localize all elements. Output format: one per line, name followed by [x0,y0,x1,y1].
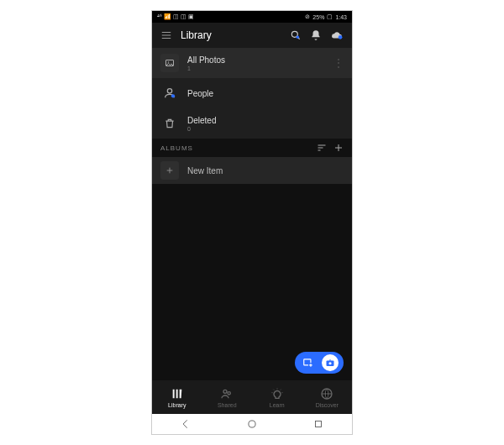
notifications-icon[interactable] [310,29,322,41]
row-label: Deleted [187,116,344,125]
photos-icon [160,54,179,72]
nav-label: Shared [218,402,237,408]
home-icon[interactable] [246,418,258,430]
svg-point-12 [228,391,230,394]
tab-discover[interactable]: Discover [302,387,353,408]
row-count: 0 [187,126,344,132]
row-count: 1 [187,65,325,71]
row-all-photos[interactable]: All Photos 1 ⋮ [152,48,352,78]
sort-icon[interactable] [317,143,327,153]
back-icon[interactable] [180,418,192,430]
svg-rect-15 [316,421,322,427]
album-label: New Item [187,166,223,175]
status-bar: ⁴⁶ 📶 ◫ ◫ ▣ ⊘ 25% ▢ 1:43 [152,11,352,23]
nav-label: Library [168,402,186,408]
page-title: Library [181,29,281,41]
nav-label: Discover [316,402,339,408]
svg-point-4 [168,61,170,63]
status-battery: 25% [312,14,324,20]
svg-point-1 [297,36,300,39]
phone-frame: ⁴⁶ 📶 ◫ ◫ ▣ ⊘ 25% ▢ 1:43 Library All Phot [151,10,353,435]
plus-icon [160,161,179,180]
search-icon[interactable] [290,29,302,41]
svg-point-14 [249,421,255,427]
add-album-icon[interactable] [333,143,344,153]
system-nav [152,414,352,434]
svg-point-10 [328,362,331,364]
bottom-nav: Library Shared Learn Discover [152,380,352,414]
cloud-icon[interactable] [330,29,344,41]
nav-label: Learn [270,402,285,408]
row-people[interactable]: People [152,78,352,108]
battery-icon: ▢ [327,13,333,20]
svg-point-11 [223,390,227,393]
add-photo-icon[interactable] [300,354,317,371]
status-dnd-icon: ⊘ [305,13,310,20]
trash-icon [160,114,179,133]
people-icon [160,84,179,102]
section-label: ALBUMS [160,144,310,152]
svg-point-2 [339,35,343,39]
content-area [152,184,352,380]
camera-icon[interactable] [322,354,339,371]
fab[interactable] [295,352,344,374]
status-time: 1:43 [335,14,347,20]
more-icon[interactable]: ⋮ [333,58,344,68]
row-deleted[interactable]: Deleted 0 [152,108,352,139]
recents-icon[interactable] [312,418,324,430]
row-label: People [187,89,344,98]
albums-header: ALBUMS [152,139,352,157]
svg-point-5 [167,89,171,93]
row-label: All Photos [187,55,325,65]
tab-learn[interactable]: Learn [252,387,302,408]
status-left: ⁴⁶ 📶 ◫ ◫ ▣ [157,13,194,20]
menu-icon[interactable] [160,29,172,41]
svg-point-6 [171,94,175,97]
tab-library[interactable]: Library [152,387,202,408]
album-new-item[interactable]: New Item [152,157,352,184]
tab-shared[interactable]: Shared [202,387,253,408]
app-header: Library [152,23,352,48]
